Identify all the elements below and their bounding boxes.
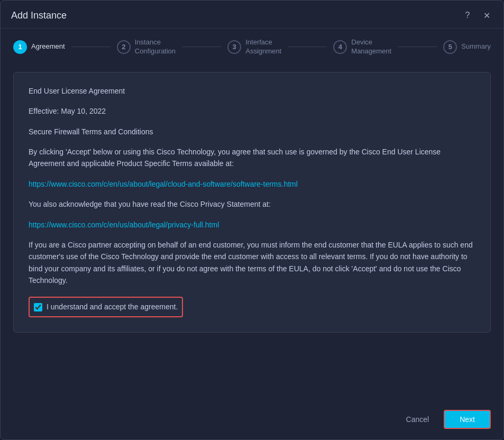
agreement-body2: You also acknowledge that you have read … <box>29 198 475 210</box>
step-2-circle: 2 <box>117 40 131 54</box>
agreement-body3: If you are a Cisco partner accepting on … <box>29 239 475 287</box>
agreement-link2[interactable]: https://www.cisco.com/c/en/us/about/lega… <box>29 219 475 231</box>
step-5: 5 Summary <box>443 40 491 54</box>
step-4-circle: 4 <box>333 40 347 54</box>
cancel-button[interactable]: Cancel <box>398 411 438 428</box>
agreement-terms-heading: Secure Firewall Terms and Conditions <box>29 126 475 138</box>
header-icons: ? ✕ <box>461 9 493 22</box>
close-icon: ✕ <box>483 11 490 21</box>
step-4: 4 DeviceManagement <box>333 38 391 56</box>
step-5-label: Summary <box>461 42 491 51</box>
step-3-circle: 3 <box>227 40 241 54</box>
dialog-footer: Cancel Next <box>1 399 503 439</box>
accept-checkbox[interactable] <box>34 303 42 311</box>
close-button[interactable]: ✕ <box>480 9 493 22</box>
help-icon: ? <box>465 11 470 20</box>
add-instance-dialog: Add Instance ? ✕ 1 Agreement 2 InstanceC… <box>0 0 504 440</box>
step-3: 3 InterfaceAssignment <box>227 38 281 56</box>
step-2-label: InstanceConfiguration <box>135 38 176 56</box>
agreement-box: End User License Agreement Effective: Ma… <box>13 72 491 333</box>
agreement-link1[interactable]: https://www.cisco.com/c/en/us/about/lega… <box>29 178 475 190</box>
dialog-header: Add Instance ? ✕ <box>1 1 503 29</box>
help-button[interactable]: ? <box>461 9 474 22</box>
accept-checkbox-label[interactable]: I understand and accept the agreement. <box>47 301 178 313</box>
step-5-circle: 5 <box>443 40 457 54</box>
step-connector-1 <box>71 47 111 47</box>
agreement-effective: Effective: May 10, 2022 <box>29 105 475 117</box>
step-3-label: InterfaceAssignment <box>245 38 281 56</box>
step-4-label: DeviceManagement <box>351 38 391 56</box>
step-2: 2 InstanceConfiguration <box>117 38 176 56</box>
step-1: 1 Agreement <box>13 40 65 54</box>
step-connector-2 <box>182 47 221 47</box>
step-connector-3 <box>288 47 327 47</box>
stepper: 1 Agreement 2 InstanceConfiguration 3 In… <box>1 29 503 63</box>
step-1-circle: 1 <box>13 40 27 54</box>
agreement-title: End User License Agreement <box>29 85 475 97</box>
next-button[interactable]: Next <box>444 410 491 429</box>
agreement-body1: By clicking 'Accept' below or using this… <box>29 146 475 170</box>
content-area: End User License Agreement Effective: Ma… <box>1 63 503 399</box>
step-connector-4 <box>398 47 437 47</box>
dialog-title: Add Instance <box>11 10 67 21</box>
accept-checkbox-row: I understand and accept the agreement. <box>29 297 183 317</box>
step-1-label: Agreement <box>31 42 65 51</box>
